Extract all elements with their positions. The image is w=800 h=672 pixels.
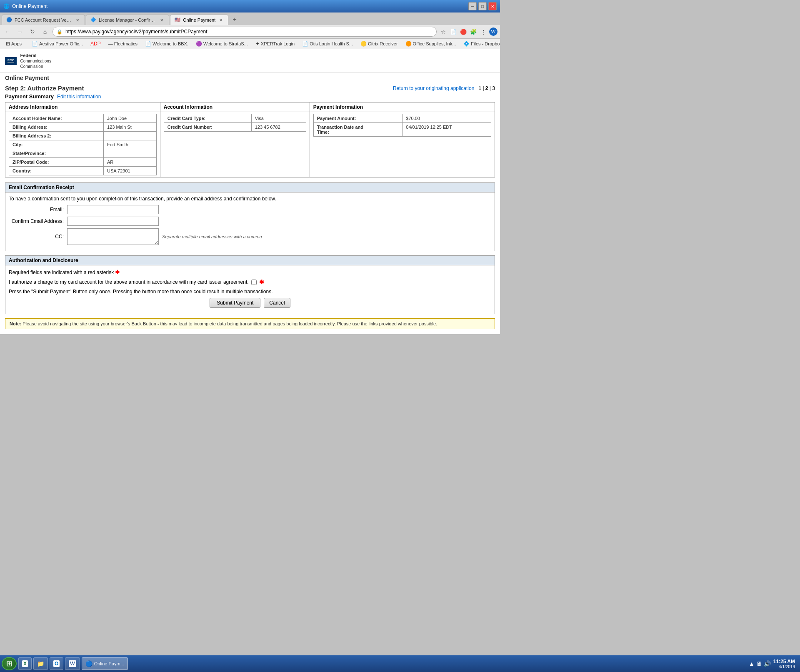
step-title: Step 2: Authorize Payment (5, 85, 84, 92)
bookmark-citrix-label: Citrix Receiver (368, 41, 398, 46)
email-section: Email Confirmation Receipt To have a con… (5, 182, 495, 251)
country-row: Country: USA 72901 (9, 167, 157, 175)
city-row: City: Fort Smith (9, 140, 157, 149)
tab-fcc-icon: 🔵 (6, 17, 12, 23)
reload-button[interactable]: ↻ (28, 27, 38, 37)
bookmark-apps-label: Apps (11, 41, 22, 46)
dropbox-icon: 💠 (463, 41, 470, 47)
bookmark-citrix[interactable]: 🟡 Citrix Receiver (357, 40, 401, 47)
cc-number-row: Credit Card Number: 123 45 6782 (164, 123, 306, 132)
required-note-text: Required fields are indicated with a red… (9, 270, 114, 275)
cc-input[interactable] (67, 228, 159, 245)
auth-body: Required fields are indicated with a red… (5, 265, 495, 314)
submit-payment-button[interactable]: Submit Payment (210, 298, 260, 308)
cc-type-label: Credit Card Type: (164, 114, 251, 123)
title-bar-controls[interactable]: ─ □ ✕ (468, 2, 497, 10)
email-description: To have a confirmation sent to you upon … (9, 196, 491, 202)
reader-icon[interactable]: 📄 (449, 27, 458, 36)
bookmark-fleetmatics[interactable]: — Fleetmatics (105, 40, 141, 47)
xpertrak-icon: ✦ (255, 41, 260, 47)
maximize-button[interactable]: □ (478, 2, 487, 10)
bookmark-bbx[interactable]: 📄 Welcome to BBX. (142, 40, 192, 47)
address-wrapper: 🔒 (52, 27, 437, 37)
email-input[interactable] (67, 205, 159, 214)
extensions-icon[interactable]: 🧩 (469, 27, 478, 36)
pdf-icon[interactable]: 🔴 (459, 27, 468, 36)
billing-address2-value (104, 132, 157, 140)
edit-link[interactable]: Edit this information (57, 94, 101, 100)
bookmark-stratas[interactable]: 🟣 Welcome to StrataS... (192, 40, 251, 47)
apps-icon: ⊞ (6, 41, 10, 47)
home-button[interactable]: ⌂ (40, 27, 50, 37)
bookmarks-bar: ⊞ Apps 📄 Aestiva Power Offic... ADP — Fl… (0, 39, 500, 49)
page-title: Online Payment (5, 75, 49, 81)
back-button[interactable]: ← (2, 27, 12, 37)
browser-icon: 🌐 (3, 3, 10, 9)
note-text: Please avoid navigating the site using y… (22, 321, 437, 326)
tab-payment-icon: 🇺🇸 (175, 17, 180, 23)
tab-fcc-close[interactable]: ✕ (75, 17, 80, 23)
bookmark-otis[interactable]: 📄 Otis Login Health S... (299, 40, 356, 47)
profile-icon[interactable]: W (489, 27, 498, 36)
state-label: State/Province: (9, 149, 104, 158)
auth-checkbox[interactable] (251, 280, 257, 285)
return-link[interactable]: Return to your originating application (393, 85, 474, 91)
bookmark-aestiva[interactable]: 📄 Aestiva Power Offic... (28, 40, 86, 47)
auth-section: Authorization and Disclosure Required fi… (5, 255, 495, 314)
forward-button[interactable]: → (15, 27, 25, 37)
payment-amount-row: Payment Amount: $70.00 (313, 114, 491, 123)
address-input[interactable] (52, 27, 437, 37)
bookmark-xpertrak[interactable]: ✦ XPERTrak Login (252, 40, 298, 47)
zip-value: AR (104, 158, 157, 167)
address-section-header: Address Information (5, 102, 160, 112)
city-value: Fort Smith (104, 140, 157, 149)
payment-section-header: Payment Information (310, 102, 495, 112)
tab-fcc-label: FCC Account Request Verificatio... (15, 17, 72, 22)
auth-checkbox-row: I authorize a charge to my card account … (9, 279, 491, 285)
tab-fcc[interactable]: 🔵 FCC Account Request Verificatio... ✕ (2, 15, 85, 25)
account-info-cell: Credit Card Type: Visa Credit Card Numbe… (160, 112, 310, 177)
citrix-icon: 🟡 (360, 41, 367, 47)
confirm-email-input[interactable] (67, 217, 159, 226)
address-bar: ← → ↻ ⌂ 🔒 ☆ 📄 🔴 🧩 ⋮ W (0, 25, 500, 39)
billing-address-value: 123 Main St (104, 123, 157, 132)
new-tab-button[interactable]: + (229, 14, 240, 25)
close-button[interactable]: ✕ (488, 2, 497, 10)
settings-icon[interactable]: ⋮ (479, 27, 488, 36)
billing-address2-label: Billing Address 2: (9, 132, 104, 140)
cc-number-label: Credit Card Number: (164, 123, 251, 132)
bookmark-dropbox[interactable]: 💠 Files - Dropbox (460, 40, 500, 47)
cc-label: CC: (9, 234, 67, 240)
billing-address2-row: Billing Address 2: (9, 132, 157, 140)
tab-license[interactable]: 🔷 License Manager - Confirmation ✕ (86, 15, 169, 25)
minimize-button[interactable]: ─ (468, 2, 477, 10)
bookmark-adp[interactable]: ADP (87, 40, 104, 47)
account-section-header: Account Information (160, 102, 310, 112)
tab-license-close[interactable]: ✕ (159, 17, 165, 23)
bookmark-xpertrak-label: XPERTrak Login (261, 41, 295, 46)
bookmark-stratas-label: Welcome to StrataS... (203, 41, 248, 46)
tab-payment-close[interactable]: ✕ (218, 17, 224, 23)
fcc-header: FCC Federal Communications Commission (0, 49, 500, 73)
tab-payment[interactable]: 🇺🇸 Online Payment ✕ (170, 15, 228, 25)
stratas-icon: 🟣 (196, 41, 202, 47)
bookmark-star-icon[interactable]: ☆ (439, 27, 448, 36)
bookmark-apps[interactable]: ⊞ Apps (2, 40, 25, 47)
account-info-table: Credit Card Type: Visa Credit Card Numbe… (164, 114, 306, 132)
step-indicator: 1 | 2 | 3 (478, 85, 495, 91)
summary-table: Address Information Account Information … (5, 102, 495, 177)
cancel-button[interactable]: Cancel (264, 298, 290, 308)
account-holder-row: Account Holder Name: John Doe (9, 114, 157, 123)
step-right: Return to your originating application 1… (393, 85, 495, 91)
fcc-org-line2: Communications (20, 58, 51, 64)
note-box: Note: Please avoid navigating the site u… (5, 318, 495, 329)
required-note: Required fields are indicated with a red… (9, 269, 491, 275)
zip-row: ZIP/Postal Code: AR (9, 158, 157, 167)
title-bar-left: 🌐 Online Payment (3, 3, 48, 9)
email-section-body: To have a confirmation sent to you upon … (5, 192, 495, 251)
bookmark-office[interactable]: 🟠 Office Supplies, Ink... (402, 40, 460, 47)
cc-hint: Separate multiple email addresses with a… (162, 234, 262, 239)
payment-amount-label: Payment Amount: (313, 114, 402, 123)
country-value: USA 72901 (104, 167, 157, 175)
address-icons: ☆ 📄 🔴 🧩 ⋮ W (439, 27, 498, 36)
